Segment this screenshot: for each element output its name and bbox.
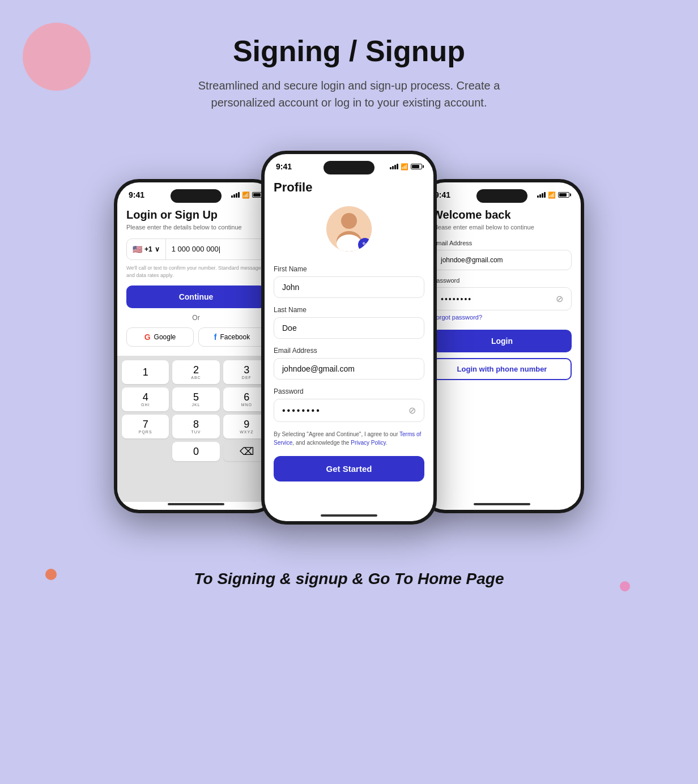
avatar: ✎ xyxy=(326,206,372,252)
login-button[interactable]: Login xyxy=(432,330,572,352)
battery-icon-right xyxy=(558,192,569,198)
chevron-down-icon: ∨ xyxy=(155,245,160,253)
continue-button[interactable]: Continue xyxy=(126,286,266,308)
phone-left-content: Login or Sign Up Please enter the detail… xyxy=(117,203,275,508)
wifi-icon-right: 📶 xyxy=(548,191,556,199)
key-5-main: 5 xyxy=(193,392,199,402)
time-left: 9:41 xyxy=(129,190,144,199)
key-0[interactable]: 0 xyxy=(172,442,219,461)
eye-off-icon-center[interactable]: ⊘ xyxy=(408,405,416,416)
welcome-title: Welcome back xyxy=(432,208,572,221)
privacy-policy-link[interactable]: Privacy Policy xyxy=(351,440,386,446)
welcome-subtitle: Please enter email below to continue xyxy=(432,224,572,231)
key-empty xyxy=(122,442,169,461)
password-dots-right: •••••••• xyxy=(441,295,556,304)
last-name-label: Last Name xyxy=(274,306,424,314)
phone-right-screen: 9:41 📶 Welcome back Please enter email b… xyxy=(423,182,581,510)
password-label-center: Password xyxy=(274,387,424,395)
decorative-circle-small-pink xyxy=(620,581,630,591)
dynamic-island-right xyxy=(476,189,527,203)
terms-suffix: . xyxy=(386,440,388,446)
dynamic-island-left xyxy=(171,189,222,203)
password-label-right: Password xyxy=(432,277,572,284)
footer-text: To Signing & signup & Go To Home Page xyxy=(0,559,698,616)
key-9-main: 9 xyxy=(244,419,249,429)
password-input-center[interactable]: •••••••• ⊘ xyxy=(274,399,424,422)
terms-prefix: By Selecting "Agree and Continue", I agr… xyxy=(274,431,399,437)
first-name-input[interactable]: John xyxy=(274,276,424,298)
google-button[interactable]: G Google xyxy=(126,327,194,347)
terms-text: By Selecting "Agree and Continue", I agr… xyxy=(274,430,424,447)
signal-icon-left xyxy=(231,192,240,198)
decorative-circle-pink xyxy=(23,23,91,91)
input-note: We'll call or text to confirm your numbe… xyxy=(126,265,266,279)
time-right: 9:41 xyxy=(435,190,450,199)
battery-icon-center xyxy=(411,164,422,169)
phone-center-content: Profile xyxy=(265,174,433,487)
forgot-password-link[interactable]: Forgot password? xyxy=(432,314,572,321)
avatar-container: ✎ xyxy=(274,206,424,252)
email-label-center: Email Address xyxy=(274,347,424,355)
page-subtitle: Streamlined and secure login and sign-up… xyxy=(179,77,519,111)
first-name-label: First Name xyxy=(274,265,424,273)
email-label-right: Email Address xyxy=(432,240,572,246)
signal-icon-center xyxy=(390,164,398,169)
phones-showcase: 9:41 📶 Login or Sign Up Please enter the… xyxy=(0,128,698,559)
country-code-selector[interactable]: 🇺🇸 +1 ∨ xyxy=(127,239,166,259)
decorative-circle-orange xyxy=(45,569,57,580)
login-phone-button[interactable]: Login with phone number xyxy=(432,358,572,380)
wifi-icon-left: 📶 xyxy=(242,191,250,199)
terms-middle: , and acknowledge the xyxy=(292,440,351,446)
signal-icon-right xyxy=(537,192,546,198)
email-input-center[interactable]: johndoe@gmail.com xyxy=(274,358,424,380)
home-indicator-center xyxy=(321,514,377,517)
facebook-label: Facebook xyxy=(220,333,250,341)
dynamic-island-center xyxy=(324,161,374,174)
key-8[interactable]: 8 TUV xyxy=(172,415,219,438)
password-input-right[interactable]: •••••••• ⊘ xyxy=(432,287,572,310)
keypad-grid: 1 2 ABC 3 DEF 4 GHI xyxy=(122,360,270,438)
phone-number-input[interactable]: 1 000 000 000| xyxy=(166,239,265,259)
google-icon: G xyxy=(144,333,151,342)
key-8-main: 8 xyxy=(193,419,199,429)
home-indicator-left xyxy=(168,503,224,505)
key-7[interactable]: 7 PQRS xyxy=(122,415,169,438)
phone-left-screen: 9:41 📶 Login or Sign Up Please enter the… xyxy=(117,182,275,510)
wifi-icon-center: 📶 xyxy=(401,163,408,171)
key-5[interactable]: 5 JKL xyxy=(172,387,219,411)
status-icons-left: 📶 xyxy=(231,191,263,199)
profile-title: Profile xyxy=(274,180,424,195)
phone-right-content: Welcome back Please enter email below to… xyxy=(423,203,581,386)
phone-login-signup: 9:41 📶 Login or Sign Up Please enter the… xyxy=(114,179,278,513)
backspace-icon: ⌫ xyxy=(240,446,254,457)
google-label: Google xyxy=(154,333,176,341)
facebook-icon: f xyxy=(214,333,217,342)
key-3-main: 3 xyxy=(244,365,249,375)
country-code-value: +1 xyxy=(144,245,152,253)
avatar-edit-button[interactable]: ✎ xyxy=(358,238,372,252)
flag-emoji: 🇺🇸 xyxy=(133,245,142,254)
home-indicator-right xyxy=(474,503,530,505)
status-icons-right: 📶 xyxy=(537,191,569,199)
email-input-right[interactable]: johndoe@gmail.com xyxy=(432,250,572,270)
key-1-main: 1 xyxy=(143,367,148,377)
password-dots-center: •••••••• xyxy=(282,406,408,416)
facebook-button[interactable]: f Facebook xyxy=(198,327,266,347)
or-divider: Or xyxy=(126,314,266,322)
get-started-button[interactable]: Get Started xyxy=(274,456,424,482)
page-header: Signing / Signup Streamlined and secure … xyxy=(0,0,698,128)
phone-input-row[interactable]: 🇺🇸 +1 ∨ 1 000 000 000| xyxy=(126,238,266,260)
key-6-main: 6 xyxy=(244,392,249,402)
login-subtitle: Please enter the details below to contin… xyxy=(126,224,266,231)
key-4[interactable]: 4 GHI xyxy=(122,387,169,411)
key-2-main: 2 xyxy=(193,365,199,375)
last-name-input[interactable]: Doe xyxy=(274,317,424,339)
key-4-main: 4 xyxy=(143,392,148,402)
login-title: Login or Sign Up xyxy=(126,208,266,221)
eye-off-icon-right[interactable]: ⊘ xyxy=(556,293,563,304)
key-1[interactable]: 1 xyxy=(122,360,169,384)
page-title: Signing / Signup xyxy=(11,34,687,68)
key-2[interactable]: 2 ABC xyxy=(172,360,219,384)
status-icons-center: 📶 xyxy=(390,163,422,171)
edit-icon: ✎ xyxy=(362,241,368,249)
